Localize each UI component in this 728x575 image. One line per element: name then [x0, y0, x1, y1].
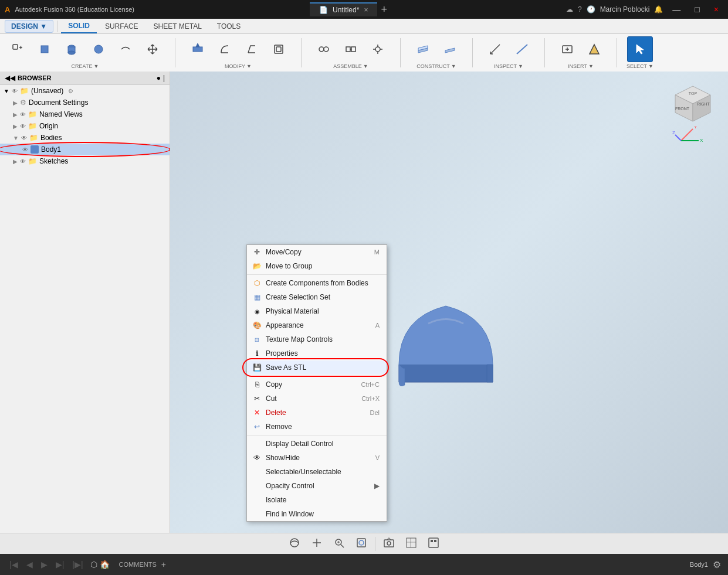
shell-button[interactable]	[266, 36, 292, 62]
tab-sheet-metal[interactable]: SHEET METAL	[147, 20, 209, 33]
move-button[interactable]	[140, 36, 165, 62]
new-tab-button[interactable]: +	[377, 4, 391, 16]
fillet-button[interactable]	[212, 36, 238, 62]
eye-icon[interactable]: 👁	[22, 147, 28, 153]
sphere-button[interactable]	[86, 36, 111, 62]
cm-show-hide[interactable]: 👁 Show/Hide V	[247, 451, 387, 465]
browser-item-sketches[interactable]: ▶ 👁 📁 Sketches	[0, 155, 170, 167]
viewcube[interactable]: TOP FRONT RIGHT Y X Z	[669, 83, 716, 130]
svg-rect-48	[384, 540, 394, 547]
browser-item-doc-settings[interactable]: ▶ ⚙ Document Settings	[0, 97, 170, 108]
cm-create-selection-set[interactable]: ▦ Create Selection Set	[247, 290, 387, 304]
close-button[interactable]: ×	[709, 4, 723, 15]
cm-sep2	[247, 376, 387, 376]
assemble-label[interactable]: ASSEMBLE ▼	[333, 63, 368, 69]
select-button[interactable]	[627, 36, 653, 62]
tab[interactable]: 📄 Untitled* ×	[310, 2, 377, 16]
insert-mcad-button[interactable]	[554, 36, 580, 62]
help-icon[interactable]: ?	[578, 5, 582, 13]
cm-appearance[interactable]: 🎨 Appearance A	[247, 318, 387, 332]
interference-button[interactable]	[509, 36, 535, 62]
cm-move-to-group[interactable]: 📂 Move to Group	[247, 259, 387, 273]
cm-physical-material[interactable]: ◉ Physical Material	[247, 304, 387, 318]
expand-icon: ▶	[13, 100, 18, 106]
tab-title-text: Untitled*	[333, 6, 359, 14]
svg-rect-12	[275, 45, 283, 53]
settings-button[interactable]: ⚙	[713, 559, 721, 570]
sketches-label: Sketches	[39, 157, 68, 165]
inspect-label[interactable]: INSPECT ▼	[494, 63, 523, 69]
cm-save-as-stl[interactable]: 💾 Save As STL	[247, 360, 387, 375]
create-label[interactable]: CREATE ▼	[72, 63, 99, 69]
browser-options-button[interactable]: ●	[157, 74, 161, 82]
cm-delete[interactable]: ✕ Delete Del	[247, 406, 387, 420]
cm-find-in-window[interactable]: Find in Window	[247, 507, 387, 521]
cm-opacity[interactable]: Opacity Control ▶	[247, 479, 387, 493]
cm-create-components[interactable]: ⬡ Create Components from Bodies	[247, 276, 387, 290]
chamfer-button[interactable]	[239, 36, 265, 62]
timeline-start-button[interactable]: |◀	[7, 559, 21, 570]
browser-item-bodies[interactable]: ▼ 👁 📁 Bodies	[0, 132, 170, 144]
zoom-button[interactable]	[330, 534, 348, 553]
press-pull-button[interactable]	[185, 36, 211, 62]
midplane-button[interactable]	[437, 36, 463, 62]
browser-item-body1[interactable]: 👁 Body1	[0, 144, 170, 155]
timeline-play-button[interactable]: ▶	[39, 559, 50, 570]
timeline-next-button[interactable]: ▶|	[53, 559, 67, 570]
fit-button[interactable]	[353, 534, 370, 553]
camera-button[interactable]	[380, 534, 398, 553]
pipe-button[interactable]	[113, 36, 138, 62]
cm-move-copy[interactable]: ✛ Move/Copy M	[247, 245, 387, 259]
minimize-button[interactable]: —	[668, 4, 685, 15]
new-component-button[interactable]	[5, 36, 31, 62]
insert-label[interactable]: INSERT ▼	[568, 63, 594, 69]
construct-label[interactable]: CONSTRUCT ▼	[417, 63, 456, 69]
design-dropdown[interactable]: DESIGN ▼	[5, 20, 53, 33]
decal-button[interactable]	[581, 36, 607, 62]
tab-surface[interactable]: SURFACE	[98, 20, 145, 33]
joint-button[interactable]	[311, 36, 337, 62]
eye-icon[interactable]: 👁	[20, 123, 26, 130]
eye-icon[interactable]: 👁	[21, 135, 27, 141]
browser-minimize-button[interactable]: |	[163, 74, 165, 82]
cm-texture-map[interactable]: ⧈ Texture Map Controls	[247, 332, 387, 346]
tab-tools[interactable]: TOOLS	[210, 20, 248, 33]
eye-icon[interactable]: 👁	[20, 111, 26, 118]
tab-close-icon[interactable]: ×	[364, 6, 368, 14]
cm-copy[interactable]: ⎘ Copy Ctrl+C	[247, 377, 387, 392]
browser-item-named-views[interactable]: ▶ 👁 📁 Named Views	[0, 108, 170, 120]
eye-icon[interactable]: 👁	[12, 88, 18, 94]
browser-collapse-button[interactable]: ◀◀	[5, 74, 15, 82]
measure-button[interactable]	[482, 36, 508, 62]
title-bar: A Autodesk Fusion 360 (Education License…	[0, 0, 728, 19]
timeline-end-button[interactable]: |▶|	[70, 559, 85, 570]
display-button[interactable]	[425, 534, 442, 553]
viewport[interactable]: ✛ Move/Copy M 📂 Move to Group ⬡ Create C…	[170, 72, 728, 533]
add-comment-button[interactable]: +	[161, 560, 166, 569]
pan-button[interactable]	[308, 534, 326, 553]
browser-item-root[interactable]: ▼ 👁 📁 (Unsaved) ⚙	[0, 85, 170, 97]
history-icon[interactable]: 🕐	[587, 5, 595, 13]
move-assemble-button[interactable]	[365, 36, 391, 62]
cm-properties[interactable]: ℹ Properties	[247, 346, 387, 360]
modify-label[interactable]: MODIFY ▼	[225, 63, 252, 69]
as-built-joint-button[interactable]	[338, 36, 364, 62]
timeline-prev-button[interactable]: ◀	[24, 559, 35, 570]
box-button[interactable]	[32, 36, 57, 62]
eye-icon[interactable]: 👁	[20, 158, 26, 165]
cm-remove[interactable]: ↩ Remove	[247, 420, 387, 434]
cm-cut[interactable]: ✂ Cut Ctrl+X	[247, 392, 387, 406]
maximize-button[interactable]: □	[690, 4, 704, 15]
tab-solid[interactable]: SOLID	[61, 19, 97, 33]
browser-item-origin[interactable]: ▶ 👁 📁 Origin	[0, 120, 170, 132]
cylinder-button[interactable]	[59, 36, 84, 62]
select-label[interactable]: SELECT ▼	[627, 63, 653, 69]
grid-button[interactable]	[402, 534, 420, 553]
cm-selectable[interactable]: Selectable/Unselectable	[247, 465, 387, 479]
assemble-group: ASSEMBLE ▼	[311, 36, 391, 69]
offset-plane-button[interactable]	[410, 36, 436, 62]
settings-icon[interactable]: ⚙	[68, 88, 73, 94]
orbit-button[interactable]	[286, 534, 303, 553]
cm-isolate[interactable]: Isolate	[247, 493, 387, 507]
cm-display-detail[interactable]: Display Detail Control	[247, 437, 387, 451]
